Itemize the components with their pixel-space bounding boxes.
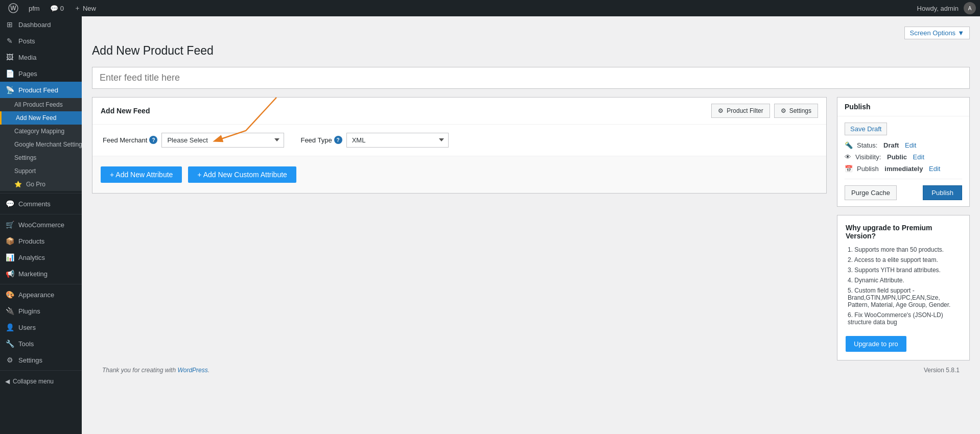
status-edit-link[interactable]: Edit [905, 141, 916, 149]
publish-time-row: 📅 Publish immediately Edit [845, 165, 962, 173]
adminbar-wp-logo[interactable]: W [4, 0, 22, 16]
feed-type-label: Feed Type ? [300, 136, 342, 144]
save-draft-button[interactable]: Save Draft [845, 123, 887, 135]
main-column: Add New Feed ⚙ Product Filter ⚙ Settings [92, 97, 827, 202]
premium-item-5: Custom field support - Brand,GTIN,MPN,UP… [846, 287, 961, 308]
feed-merchant-label: Feed Merchant ? [103, 136, 157, 144]
premium-list: Supports more than 50 products. Access t… [846, 246, 961, 326]
users-icon: 👤 [5, 323, 14, 331]
wordpress-link[interactable]: WordPress [177, 367, 207, 374]
adminbar-new[interactable]: ＋ New [70, 0, 100, 16]
feed-merchant-row: Feed Merchant ? Please Select Feed Type … [92, 125, 826, 156]
adminbar-howdy: Howdy, admin [917, 5, 959, 12]
feed-merchant-help-icon[interactable]: ? [149, 136, 157, 144]
main-panel-header: Add New Feed ⚙ Product Filter ⚙ Settings [92, 98, 826, 125]
submenu-category-mapping[interactable]: Category Mapping [0, 125, 82, 138]
sidebar-item-marketing[interactable]: 📢Marketing [0, 266, 82, 282]
product-feed-icon: 📡 [5, 86, 14, 94]
marketing-icon: 📢 [5, 270, 14, 278]
submenu-google-merchant[interactable]: Google Merchant Settings [0, 138, 82, 151]
admin-menu: ⊞Dashboard ✎Posts 🖼Media 📄Pages 📡Product… [0, 16, 82, 371]
sidebar-item-products[interactable]: 📦Products [0, 233, 82, 249]
feed-merchant-select[interactable]: Please Select [161, 133, 284, 148]
side-action-buttons: Purge Cache Publish [845, 179, 962, 200]
feed-merchant-field: Feed Merchant ? Please Select [103, 133, 284, 148]
menu-separator-2 [0, 214, 82, 214]
sidebar-item-dashboard[interactable]: ⊞Dashboard [0, 16, 82, 33]
settings-button[interactable]: ⚙ Settings [774, 104, 818, 118]
adminbar-comments[interactable]: 💬 0 [46, 0, 68, 16]
buttons-row: + Add New Attribute + Add New Custom Att… [92, 156, 826, 193]
adminbar-site-name[interactable]: pfm [25, 0, 44, 16]
sidebar-item-tools[interactable]: 🔧Tools [0, 335, 82, 352]
screen-options-button[interactable]: Screen Options ▼ [904, 27, 970, 39]
sidebar-item-appearance[interactable]: 🎨Appearance [0, 286, 82, 303]
settings-icon: ⚙ [5, 356, 14, 364]
feed-type-select[interactable]: XML [346, 133, 449, 148]
sidebar-item-plugins[interactable]: 🔌Plugins [0, 303, 82, 319]
calendar-icon: 📅 [845, 165, 853, 173]
sidebar-item-woocommerce[interactable]: 🛒WooCommerce [0, 216, 82, 233]
content-columns: Add New Feed ⚙ Product Filter ⚙ Settings [92, 97, 970, 360]
visibility-row: 👁 Visibility: Public Edit [845, 153, 962, 161]
posts-icon: ✎ [5, 37, 14, 45]
collapse-icon: ◀ [5, 378, 10, 385]
purge-cache-button[interactable]: Purge Cache [845, 185, 897, 200]
premium-title: Why upgrade to Premium Version? [846, 224, 961, 240]
upgrade-to-pro-button[interactable]: Upgrade to pro [846, 336, 906, 352]
collapse-menu-btn[interactable]: ◀ Collapse menu [0, 373, 82, 390]
visibility-edit-link[interactable]: Edit [913, 153, 924, 161]
status-icon: 🔦 [845, 141, 853, 149]
sidebar-item-comments[interactable]: 💬Comments [0, 196, 82, 212]
side-column: Publish Save Draft 🔦 Status: Draft Edit … [837, 97, 970, 360]
tools-icon: 🔧 [5, 340, 14, 348]
publish-panel: Publish Save Draft 🔦 Status: Draft Edit … [837, 97, 970, 207]
publish-panel-body: Save Draft 🔦 Status: Draft Edit 👁 Visibi… [837, 116, 969, 206]
appearance-icon: 🎨 [5, 291, 14, 299]
products-icon: 📦 [5, 237, 14, 245]
sidebar-item-posts[interactable]: ✎Posts [0, 33, 82, 49]
feed-title-input[interactable] [92, 67, 970, 89]
premium-item-2: Access to a elite support team. [846, 256, 961, 263]
footer-version: Version 5.8.1 [924, 367, 960, 374]
add-new-feed-title: Add New Feed [101, 107, 150, 115]
menu-separator-3 [0, 284, 82, 284]
submenu-all-feeds[interactable]: All Product Feeds [0, 98, 82, 111]
premium-item-3: Supports YITH brand attributes. [846, 267, 961, 274]
publish-edit-link[interactable]: Edit [929, 165, 940, 173]
analytics-icon: 📊 [5, 253, 14, 261]
submenu-settings[interactable]: Settings [0, 151, 82, 164]
settings-icon: ⚙ [781, 107, 786, 114]
sidebar-item-settings[interactable]: ⚙Settings [0, 352, 82, 368]
add-new-attribute-button[interactable]: + Add New Attribute [101, 166, 182, 183]
pages-icon: 📄 [5, 69, 14, 78]
submenu-go-pro[interactable]: ⭐Go Pro [0, 178, 82, 191]
sidebar-item-analytics[interactable]: 📊Analytics [0, 249, 82, 266]
premium-item-6: Fix WooCommerce's (JSON-LD) structure da… [846, 311, 961, 326]
filter-icon: ⚙ [718, 107, 724, 114]
publish-button[interactable]: Publish [923, 185, 962, 200]
product-feed-submenu: All Product Feeds Add New Feed Category … [0, 98, 82, 191]
premium-item-1: Supports more than 50 products. [846, 246, 961, 253]
footer-thank-you: Thank you for creating with WordPress. [102, 367, 209, 374]
media-icon: 🖼 [5, 53, 14, 61]
submenu-add-new[interactable]: Add New Feed [0, 111, 82, 125]
premium-item-4: Dynamic Attribute. [846, 277, 961, 284]
status-row: 🔦 Status: Draft Edit [845, 141, 962, 149]
publish-panel-header: Publish [837, 98, 969, 116]
sidebar-item-media[interactable]: 🖼Media [0, 49, 82, 65]
add-new-custom-attribute-button[interactable]: + Add New Custom Attribute [188, 166, 296, 183]
sidebar-item-pages[interactable]: 📄Pages [0, 65, 82, 82]
dashboard-icon: ⊞ [5, 20, 14, 29]
sidebar-item-product-feed[interactable]: 📡Product Feed All Product Feeds Add New … [0, 82, 82, 191]
menu-separator-4 [0, 370, 82, 371]
feed-type-help-icon[interactable]: ? [334, 136, 342, 144]
admin-bar: W pfm 💬 0 ＋ New Howdy, admin A [0, 0, 980, 16]
sidebar-item-users[interactable]: 👤Users [0, 319, 82, 335]
product-filter-button[interactable]: ⚙ Product Filter [711, 104, 769, 118]
premium-panel: Why upgrade to Premium Version? Supports… [837, 215, 970, 360]
submenu-support[interactable]: Support [0, 164, 82, 178]
visibility-icon: 👁 [845, 153, 851, 161]
wp-footer: Thank you for creating with WordPress. V… [92, 360, 970, 380]
feed-type-field: Feed Type ? XML [300, 133, 448, 148]
